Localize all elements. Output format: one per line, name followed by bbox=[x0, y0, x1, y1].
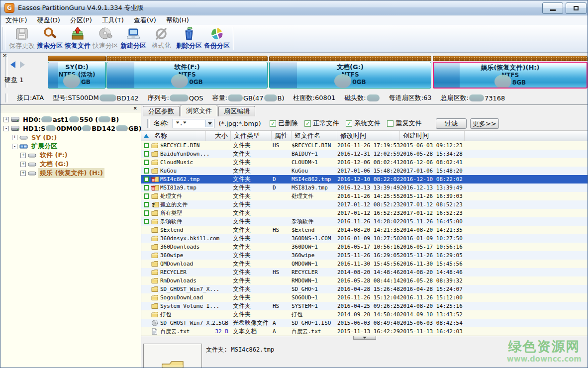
row-checkbox-cell bbox=[141, 168, 151, 174]
checkbox-icon[interactable]: ✓ bbox=[346, 120, 352, 127]
expand-icon[interactable]: + bbox=[12, 135, 17, 140]
prev-disk-icon[interactable] bbox=[10, 61, 15, 68]
table-row[interactable]: BaiduYunDown...文件夹BAIDUY~12016-12-31 12:… bbox=[141, 150, 588, 158]
table-row[interactable]: RmDownloads文件夹RMDOWN~12016-05-28 08:44:1… bbox=[141, 276, 588, 285]
recover-checkbox[interactable] bbox=[144, 143, 149, 148]
toolbar-quick-partition-button[interactable]: 快速分区 bbox=[92, 25, 119, 52]
recover-checkbox[interactable] bbox=[144, 168, 149, 174]
tree-item[interactable]: +文档 (G:) bbox=[0, 160, 141, 169]
tab-sector-edit[interactable]: 扇区编辑 bbox=[218, 106, 255, 116]
column-header[interactable]: 名称 bbox=[151, 131, 206, 141]
partition-block[interactable]: 娱乐(恢复文件)(H:)NTFS8GB bbox=[433, 56, 588, 89]
title-bar[interactable]: G Eassos PartitionGuru V4.9.1.334 专业版 bbox=[0, 0, 588, 15]
checkbox-duplicate-files[interactable]: 重复文件 bbox=[387, 119, 421, 128]
table-row[interactable]: RECYCLER文件夹HSRECYCLER2014-08-20 14:48:46… bbox=[141, 268, 588, 276]
table-row[interactable]: MSI81a9.tmp文件夹DMSI81a9.tmp2016-12-13 13:… bbox=[141, 184, 588, 192]
tree-item[interactable]: +软件 (F:) bbox=[0, 151, 141, 160]
sort-column-indicator[interactable] bbox=[141, 131, 151, 141]
filter-button[interactable]: 过滤 bbox=[436, 118, 467, 129]
table-row[interactable]: 杂项软件文件夹杂项软件2016-11-26 14:28:022015-11-26… bbox=[141, 217, 588, 226]
checkbox-deleted[interactable]: ✓已删除 bbox=[270, 119, 297, 128]
next-disk-icon[interactable] bbox=[20, 61, 25, 68]
partition-block[interactable]: 软件(F:)NTFS0GB bbox=[106, 56, 268, 89]
filename-pattern-combo[interactable]: *.* bbox=[173, 119, 214, 128]
table-row[interactable]: KuGou文件夹KuGou2017-01-06 15:48:202017-01-… bbox=[141, 167, 588, 175]
recover-checkbox[interactable] bbox=[144, 202, 149, 207]
chevron-down-icon[interactable] bbox=[205, 120, 213, 127]
column-header[interactable]: 短文件名 bbox=[292, 131, 337, 141]
toolbar-backup-partition-button[interactable]: 备份分区 bbox=[203, 25, 231, 52]
column-header[interactable]: 属性 bbox=[272, 131, 292, 141]
collapse-icon[interactable]: - bbox=[12, 144, 17, 149]
menu-item-4[interactable]: 查看(V) bbox=[129, 15, 161, 25]
toolbar-new-partition-button[interactable]: 新建分区 bbox=[119, 25, 147, 52]
table-row[interactable]: QMDownload文件夹QMDOWN~12016-11-30 15:45:56… bbox=[141, 260, 588, 268]
table-row[interactable]: ?孤立的文件文件夹2017-01-12 08:52:232017-01-12 0… bbox=[141, 200, 588, 209]
checkbox-icon[interactable]: ✓ bbox=[270, 120, 276, 127]
recover-checkbox[interactable] bbox=[144, 210, 149, 216]
partition-block[interactable]: SY(D:)NTFS (活动)GB bbox=[48, 56, 106, 89]
checkbox-icon[interactable] bbox=[387, 120, 393, 127]
menu-item-1[interactable]: 硬盘(D) bbox=[32, 15, 65, 25]
menu-item-0[interactable]: 文件(F) bbox=[0, 15, 32, 25]
menu-item-3[interactable]: 工具(T) bbox=[97, 15, 129, 25]
table-row[interactable]: $RECYCLE.BIN文件夹HS$RECYCLE.BIN2016-11-26 … bbox=[141, 141, 588, 150]
more-button[interactable]: 更多>> bbox=[470, 118, 499, 129]
recover-checkbox[interactable] bbox=[144, 177, 149, 182]
close-icon[interactable]: × bbox=[133, 105, 137, 111]
toolbar-search-partition-button[interactable]: 搜索分区 bbox=[36, 25, 64, 52]
maximize-button[interactable] bbox=[566, 2, 587, 14]
table-row[interactable]: 打包文件夹打包2014-09-20 14:50:402014-09-10 13:… bbox=[141, 310, 588, 319]
column-header[interactable]: 文件类型 bbox=[231, 131, 272, 141]
tab-partition-params[interactable]: 分区参数 bbox=[143, 106, 180, 116]
tree-item[interactable]: -HD1:S0DM00BD142 GB) bbox=[0, 124, 141, 133]
expand-icon[interactable]: + bbox=[20, 153, 26, 158]
expand-icon[interactable]: + bbox=[20, 171, 26, 176]
tree-item[interactable]: +SY (D:) bbox=[0, 133, 141, 142]
column-header[interactable]: 大小 bbox=[206, 131, 231, 141]
table-row[interactable]: 百度云.txt32 B文本文档A百度云.txt2015-11-13 16:42:… bbox=[141, 327, 588, 336]
column-header[interactable]: 创建时间 bbox=[400, 131, 465, 141]
tab-browse-files[interactable]: 浏览文件 bbox=[181, 105, 217, 116]
recover-checkbox[interactable] bbox=[144, 151, 149, 157]
checkbox-normal-files[interactable]: ✓正常文件 bbox=[304, 119, 339, 128]
table-row[interactable]: 360Downloads文件夹360DOW~12016-05-17 10:56:… bbox=[141, 243, 588, 251]
checkbox-icon[interactable]: ✓ bbox=[304, 120, 311, 127]
toolbar-delete-partition-button[interactable]: 删除分区 bbox=[175, 25, 203, 52]
recover-checkbox[interactable] bbox=[144, 219, 149, 224]
partition-block[interactable]: 文档(G:)NTFS0GB bbox=[269, 56, 431, 89]
table-row[interactable]: CloudMusic文件夹CLOUDM~12016-12-06 08:02:41… bbox=[141, 158, 588, 167]
toolbar-save-button[interactable]: 保存更改 bbox=[8, 25, 36, 52]
menu-item-2[interactable]: 分区(P) bbox=[65, 15, 97, 25]
tree-item[interactable]: +娱乐 (恢复文件) (H:) bbox=[0, 169, 141, 178]
toolbar-format-button[interactable]: 格式化 bbox=[147, 25, 175, 52]
table-row[interactable]: SD_GHOST_Win7_X...文件夹SD_GHO~12016-04-28 … bbox=[141, 285, 588, 293]
minimize-button[interactable] bbox=[542, 2, 563, 14]
tree-item[interactable]: +HD0:ast1550 (B) bbox=[0, 115, 141, 124]
column-header[interactable]: 修改时间 bbox=[337, 131, 400, 141]
short-file-name: 360DNS~1.COM bbox=[292, 235, 337, 242]
table-row[interactable]: MSI4c862.tmp文件夹DMSI4c862.tmp2016-12-10 0… bbox=[141, 175, 588, 184]
table-row[interactable]: 360wipe文件夹360wipe2015-11-26 16:29:052015… bbox=[141, 251, 588, 260]
recover-checkbox[interactable] bbox=[144, 193, 149, 199]
pattern-hint: (*.jpg;*.bmp) bbox=[218, 120, 261, 127]
toolbar-recover-files-button[interactable]: 恢复文件 bbox=[64, 25, 92, 52]
table-row[interactable]: 处理文件文件夹处理文件2016-11-26 14:25:552015-11-26… bbox=[141, 192, 588, 200]
tree-item[interactable]: -扩展分区 bbox=[0, 142, 141, 151]
menu-item-5[interactable]: 帮助(H) bbox=[161, 15, 194, 25]
table-row[interactable]: SogouDownLoad文件夹SOGOUD~12016-11-26 15:12… bbox=[141, 293, 588, 302]
table-row[interactable]: 360dnsyx.bkill.com文件夹360DNS~1.COM2016-01… bbox=[141, 234, 588, 243]
table-row[interactable]: SD_GHOST_Win7_X...2.5GB光盘映像文件ASD_GHO~1.I… bbox=[141, 319, 588, 327]
expand-icon[interactable]: + bbox=[3, 117, 9, 122]
collapse-preview-button[interactable] bbox=[353, 336, 376, 340]
hard-disk-icon bbox=[11, 125, 19, 131]
collapse-icon[interactable]: - bbox=[3, 126, 9, 131]
table-row[interactable]: 所有类型文件夹2017-01-12 16:52:232017-01-12 16:… bbox=[141, 209, 588, 217]
created-time: 2016-12-13 13:39:49 bbox=[400, 184, 465, 191]
recover-checkbox[interactable] bbox=[144, 185, 149, 190]
expand-icon[interactable]: + bbox=[20, 162, 26, 167]
table-row[interactable]: $Extend文件夹HS$Extend2014-08-20 14:21:3520… bbox=[141, 226, 588, 234]
checkbox-system-files[interactable]: ✓系统文件 bbox=[346, 119, 380, 128]
table-row[interactable]: System Volume I...文件夹HSSYSTEM~12016-04-2… bbox=[141, 302, 588, 310]
recover-checkbox[interactable] bbox=[144, 160, 149, 165]
